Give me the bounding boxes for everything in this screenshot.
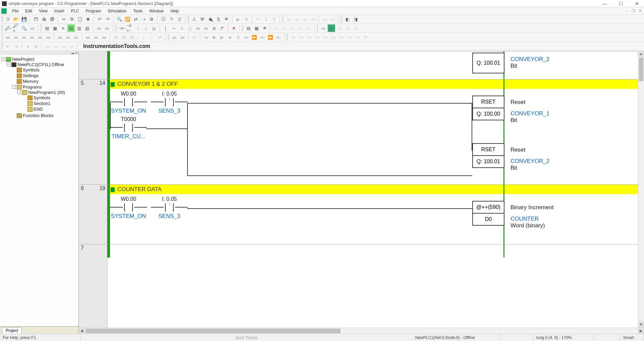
w13-icon[interactable]: 10 bbox=[112, 34, 119, 41]
whatsthis-icon[interactable]: ⍰ bbox=[176, 15, 183, 23]
f2-icon[interactable]: ▭ bbox=[52, 43, 59, 50]
p-prev-icon[interactable]: ⏮ bbox=[202, 34, 210, 41]
tree-plc[interactable]: NewPLC1[CP1L] Offline bbox=[17, 62, 64, 67]
p-ff2-icon[interactable]: ⏩ bbox=[267, 34, 274, 41]
menu-edit[interactable]: Edit bbox=[22, 8, 35, 14]
plc2-icon[interactable]: ▭ bbox=[293, 15, 301, 23]
grip[interactable] bbox=[341, 16, 342, 22]
contact-n-icon[interactable]: ↓ bbox=[142, 24, 150, 32]
p-play-icon[interactable]: ▶ bbox=[218, 34, 226, 41]
g9-icon[interactable]: ▭ bbox=[354, 34, 361, 41]
e2-icon[interactable]: ▭ bbox=[328, 24, 335, 32]
w3-icon[interactable]: ▭ bbox=[20, 34, 28, 41]
e1-icon[interactable]: ▭ bbox=[320, 24, 327, 32]
zoom-in-icon[interactable]: 🔎+ bbox=[12, 24, 20, 32]
contact-p-icon[interactable]: ↑ bbox=[134, 24, 142, 32]
goto-icon[interactable]: ➝ bbox=[140, 15, 147, 23]
g4-icon[interactable]: ▭ bbox=[314, 34, 321, 41]
xref-icon[interactable]: ⇄ bbox=[132, 15, 139, 23]
line-h-icon[interactable]: ─ bbox=[170, 24, 177, 32]
plc5-icon[interactable]: ▭ bbox=[321, 15, 328, 23]
new-icon[interactable]: 🗋 bbox=[4, 15, 12, 23]
out-box-2[interactable]: RSET Q: 100.01 bbox=[472, 143, 504, 168]
g2-icon[interactable]: ▭ bbox=[298, 34, 305, 41]
p-stop-icon[interactable]: ■ bbox=[226, 34, 234, 41]
plc6-icon[interactable]: ▭ bbox=[329, 15, 336, 23]
e5-icon[interactable]: ▭ bbox=[352, 24, 359, 32]
rung-gutter-7[interactable]: 7 bbox=[79, 244, 107, 258]
coil-inv-icon[interactable]: ◌ bbox=[186, 24, 194, 32]
w10-icon[interactable]: ▭ bbox=[84, 34, 92, 41]
p-pause-icon[interactable]: ⏸ bbox=[234, 34, 242, 41]
p-next-icon[interactable]: ⏭ bbox=[243, 34, 250, 41]
maximize-button[interactable]: ☐ bbox=[616, 1, 626, 6]
indent-l-icon[interactable]: ⇤ bbox=[4, 43, 12, 50]
w2-icon[interactable]: ▭ bbox=[12, 34, 20, 41]
g6-icon[interactable]: ▭ bbox=[330, 34, 337, 41]
w12-icon[interactable]: ▭ bbox=[100, 34, 108, 41]
open-icon[interactable]: 📂 bbox=[12, 15, 20, 23]
w4-icon[interactable]: ▭ bbox=[29, 34, 36, 41]
contact-system-on[interactable]: W0.00 SYSTEM_ON bbox=[110, 196, 147, 220]
out-box[interactable]: @++(590) D0 bbox=[472, 201, 504, 226]
w15-icon[interactable]: 16 bbox=[128, 34, 136, 41]
scroll-down-icon[interactable]: ▼ bbox=[638, 322, 644, 328]
g7-icon[interactable]: ▭ bbox=[338, 34, 345, 41]
menu-help[interactable]: Help bbox=[168, 8, 181, 14]
grip[interactable] bbox=[115, 25, 117, 32]
p-last-icon[interactable]: ⏭ bbox=[275, 34, 282, 41]
f1-icon[interactable]: ▭ bbox=[44, 43, 51, 50]
contact-nc-icon[interactable]: ⊣/⊢ bbox=[126, 24, 133, 32]
tree-memory[interactable]: Memory bbox=[23, 79, 39, 84]
e4-icon[interactable]: ▭ bbox=[344, 24, 351, 32]
func2-icon[interactable]: ▭ bbox=[202, 24, 210, 32]
rung-gutter-5[interactable]: 5 14 bbox=[79, 79, 107, 184]
func-icon[interactable]: ▭ bbox=[194, 24, 202, 32]
view7-icon[interactable]: ▭ bbox=[95, 24, 103, 32]
p-rec-icon[interactable]: ⏺ bbox=[210, 34, 218, 41]
print-preview-icon[interactable]: 🗔 bbox=[32, 15, 40, 23]
d3-icon[interactable]: ▭ bbox=[289, 24, 296, 32]
monitor-icon[interactable]: 👁 bbox=[223, 15, 230, 23]
d5-icon[interactable]: ▭ bbox=[305, 24, 312, 32]
plc3-icon[interactable]: ▭ bbox=[301, 15, 309, 23]
view6-icon[interactable]: ▧ bbox=[84, 24, 91, 32]
vertical-scrollbar[interactable]: ▲ ▼ bbox=[638, 51, 644, 328]
tree-fb[interactable]: Function Blocks bbox=[23, 113, 54, 118]
del-line-icon[interactable]: ✕ bbox=[230, 24, 237, 32]
out-box[interactable]: Q: 100.01 bbox=[472, 53, 504, 73]
w18-icon[interactable]: ⇄ bbox=[156, 34, 163, 41]
menu-tools[interactable]: Tools bbox=[130, 8, 145, 14]
ladder-diagram[interactable]: Q: 100.01 CONVEYOR_2 Bit 5 14 CONVEYOR 1… bbox=[79, 51, 644, 328]
rung-body-7[interactable] bbox=[107, 244, 638, 258]
step-icon[interactable]: ↦ bbox=[254, 15, 262, 23]
g3-icon[interactable]: ▭ bbox=[306, 34, 313, 41]
redo-icon[interactable]: ↷ bbox=[104, 15, 111, 23]
copy-icon[interactable]: ⧉ bbox=[68, 15, 75, 23]
d4-icon[interactable]: ▭ bbox=[297, 24, 304, 32]
tree-project[interactable]: NewProject bbox=[12, 57, 34, 62]
sidebar-close-icon[interactable]: ✕ bbox=[75, 51, 78, 55]
project-tree[interactable]: −NewProject −NewPLC1[CP1L] Offline Symbo… bbox=[0, 55, 78, 326]
tree-settings[interactable]: Settings bbox=[23, 73, 39, 78]
iotab-icon[interactable]: ▤ bbox=[245, 24, 252, 32]
expander[interactable]: − bbox=[17, 91, 21, 94]
undo-icon[interactable]: ↶ bbox=[96, 15, 103, 23]
cut-icon[interactable]: ✂ bbox=[60, 15, 67, 23]
save-icon[interactable]: 💾 bbox=[20, 15, 28, 23]
or-icon[interactable]: ⊔ bbox=[150, 24, 158, 32]
sim2-icon[interactable]: ▭ bbox=[179, 34, 186, 41]
menu-program[interactable]: Program bbox=[83, 8, 104, 14]
watch-icon[interactable]: 👁 bbox=[261, 24, 268, 32]
view4-icon[interactable]: ▤ bbox=[67, 24, 75, 32]
tool-b-icon[interactable]: ◨ bbox=[352, 15, 359, 23]
view8-icon[interactable]: ▭ bbox=[103, 24, 111, 32]
export-icon[interactable]: 🗐 bbox=[48, 15, 56, 23]
p-ff-icon[interactable]: ⏩ bbox=[251, 34, 258, 41]
step2-icon[interactable]: ↧ bbox=[262, 15, 270, 23]
w7-icon[interactable]: ▭ bbox=[56, 34, 64, 41]
horizontal-scrollbar[interactable]: ◀ ▶ bbox=[79, 328, 644, 334]
sim-icon[interactable]: ▭ bbox=[171, 34, 178, 41]
w14-icon[interactable]: 10 bbox=[120, 34, 127, 41]
grip[interactable] bbox=[286, 34, 288, 41]
